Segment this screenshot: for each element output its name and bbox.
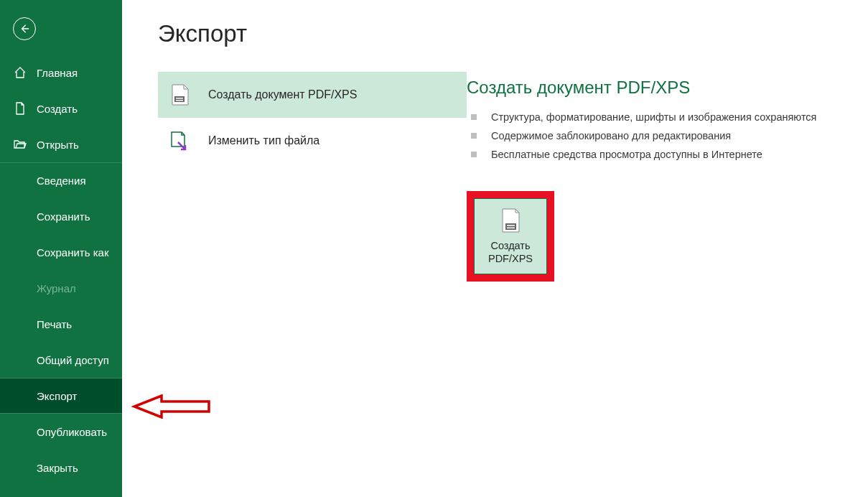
home-icon	[14, 66, 27, 79]
folder-open-icon	[14, 138, 27, 151]
sidebar-item-label: Журнал	[37, 282, 76, 294]
back-button[interactable]	[13, 17, 36, 40]
bullet-text: Бесплатные средства просмотра доступны в…	[491, 145, 762, 164]
bullet-item: Содержимое заблокировано для редактирова…	[467, 126, 868, 145]
button-label: Создать PDF/XPS	[488, 239, 533, 265]
sidebar-item-label: Общий доступ	[37, 354, 109, 366]
svg-rect-5	[507, 228, 515, 229]
app-root: Главная Создать Открыть Сведения Сохрани…	[0, 0, 868, 497]
sidebar-item-history: Журнал	[0, 270, 122, 306]
svg-rect-1	[176, 98, 183, 99]
create-pdf-xps-button[interactable]: Создать PDF/XPS	[474, 198, 547, 274]
option-label: Создать документ PDF/XPS	[208, 88, 357, 101]
sidebar-item-open[interactable]: Открыть	[0, 126, 122, 162]
sidebar-item-publish[interactable]: Опубликовать	[0, 414, 122, 450]
sidebar-item-label: Печать	[37, 318, 72, 330]
sidebar-item-close[interactable]: Закрыть	[0, 450, 122, 486]
pdf-document-icon	[500, 208, 521, 233]
bullet-text: Содержимое заблокировано для редактирова…	[491, 126, 731, 145]
sidebar-item-label: Сохранить	[37, 210, 90, 223]
option-label: Изменить тип файла	[208, 134, 319, 147]
sidebar-item-label: Закрыть	[37, 462, 78, 474]
sidebar-item-label: Сохранить как	[37, 246, 109, 259]
export-options-column: Экспорт Создать документ PDF/XPS Измени	[158, 20, 467, 497]
sidebar-item-label: Главная	[37, 67, 78, 79]
change-file-type-icon	[168, 129, 191, 152]
sidebar-item-label: Опубликовать	[37, 426, 107, 438]
page-title: Экспорт	[158, 20, 467, 47]
option-create-pdf-xps[interactable]: Создать документ PDF/XPS	[158, 72, 467, 118]
bullet-item: Структура, форматирование, шрифты и изоб…	[467, 108, 868, 126]
sidebar-item-new[interactable]: Создать	[0, 90, 122, 126]
bullet-item: Бесплатные средства просмотра доступны в…	[467, 145, 868, 164]
svg-rect-0	[174, 96, 185, 102]
export-details-column: Создать документ PDF/XPS Структура, форм…	[467, 20, 868, 497]
sidebar-item-label: Создать	[37, 103, 78, 115]
section-title: Создать документ PDF/XPS	[467, 78, 868, 98]
sidebar-item-info[interactable]: Сведения	[0, 162, 122, 198]
main-content: Экспорт Создать документ PDF/XPS Измени	[122, 0, 868, 497]
sidebar-item-label: Сведения	[37, 175, 86, 187]
back-arrow-icon	[19, 24, 29, 34]
svg-rect-2	[176, 100, 183, 101]
svg-rect-3	[505, 223, 516, 230]
bullet-text: Структура, форматирование, шрифты и изоб…	[491, 108, 816, 126]
sidebar-item-print[interactable]: Печать	[0, 306, 122, 342]
feature-bullet-list: Структура, форматирование, шрифты и изоб…	[467, 108, 868, 164]
sidebar-item-export[interactable]: Экспорт	[0, 378, 122, 414]
option-change-file-type[interactable]: Изменить тип файла	[158, 118, 467, 164]
new-doc-icon	[14, 102, 27, 115]
sidebar-item-save[interactable]: Сохранить	[0, 198, 122, 234]
sidebar-item-label: Экспорт	[37, 390, 77, 402]
sidebar-item-share[interactable]: Общий доступ	[0, 342, 122, 378]
sidebar-item-label: Открыть	[37, 139, 79, 151]
annotation-highlight-box: Создать PDF/XPS	[467, 191, 554, 282]
sidebar-item-home[interactable]: Главная	[0, 55, 122, 90]
svg-rect-4	[507, 225, 515, 226]
sidebar-item-save-as[interactable]: Сохранить как	[0, 234, 122, 270]
sidebar: Главная Создать Открыть Сведения Сохрани…	[0, 0, 122, 497]
pdf-document-icon	[168, 83, 191, 106]
